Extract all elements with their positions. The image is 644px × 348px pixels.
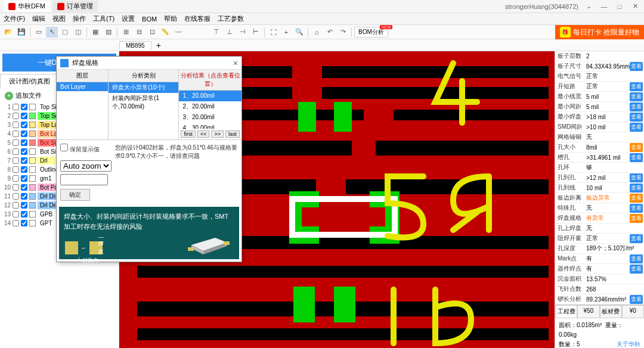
keep-display-checkbox[interactable]: 保留显示值 bbox=[60, 146, 100, 153]
menu-item[interactable]: 视图 bbox=[52, 14, 66, 23]
promo-banner[interactable]: 🎁每日打卡 抢限量好物 bbox=[555, 25, 644, 39]
save-icon[interactable]: 💾 bbox=[16, 27, 27, 38]
prop-view-button[interactable]: 查看 bbox=[630, 265, 643, 274]
dialog-list-item[interactable]: 3、20.00mil bbox=[179, 112, 242, 123]
svg-rect-16 bbox=[298, 102, 316, 132]
menu-item[interactable]: 在线客服 bbox=[184, 14, 210, 23]
close-button[interactable]: ✕ bbox=[630, 2, 640, 10]
file-tab[interactable]: MB895 bbox=[119, 41, 151, 49]
menu-item[interactable]: 帮助 bbox=[164, 14, 177, 23]
prop-row: 沉金面积13.57% bbox=[555, 274, 644, 284]
pager-button[interactable]: >> bbox=[211, 130, 224, 138]
prop-view-button[interactable]: 查看 bbox=[630, 82, 643, 91]
prop-view-button[interactable]: 查看 bbox=[630, 194, 643, 203]
prop-view-button[interactable]: 查看 bbox=[630, 173, 643, 182]
prop-row: 最小焊盘>18 mil查看 bbox=[555, 112, 644, 122]
prop-row: 孔到线10 mil查看 bbox=[555, 183, 644, 193]
design-tab[interactable]: 设计图/仿真图 bbox=[0, 74, 60, 89]
prop-view-button[interactable]: 查看 bbox=[630, 214, 643, 223]
dialog-list-item[interactable]: Bot Layer bbox=[57, 82, 108, 91]
prop-row: 特殊孔无查看 bbox=[555, 203, 644, 213]
prop-view-button[interactable]: 查看 bbox=[630, 184, 643, 192]
dialog-list-item[interactable]: 1、20.00mil bbox=[179, 91, 242, 101]
dialog-list-item[interactable]: 封装内间距异常(1个,70.00mil) bbox=[109, 93, 178, 112]
menu-item[interactable]: 工艺参数 bbox=[218, 14, 244, 23]
prop-view-button[interactable]: 查看 bbox=[630, 102, 643, 111]
prop-view-button[interactable]: 查看 bbox=[630, 254, 643, 263]
grid2-icon[interactable]: ⊟ bbox=[133, 27, 145, 38]
menu-item[interactable]: 设置 bbox=[122, 14, 135, 23]
prop-view-button[interactable]: 查看 bbox=[630, 204, 643, 213]
tool2-icon[interactable]: ◫ bbox=[72, 27, 84, 38]
cost-tab-eng[interactable]: 工程费 bbox=[555, 305, 577, 318]
dialog-close-button[interactable]: × bbox=[233, 58, 238, 68]
zoom-sel-icon[interactable]: 🔍 bbox=[293, 27, 305, 38]
dialog-list-item[interactable]: 2、20.00mil bbox=[179, 101, 242, 112]
svg-rect-7 bbox=[394, 110, 549, 120]
prop-row: 阻焊开窗正常查看 bbox=[555, 234, 644, 244]
user-label: strongerHuang(3044872) bbox=[505, 3, 578, 10]
prop-row: 飞针点数268 bbox=[555, 284, 644, 294]
prop-row: 锣长分析89.2346mm/m²查看 bbox=[555, 294, 644, 304]
align-l-icon[interactable]: ⊣ bbox=[237, 27, 249, 38]
user-menu-icon[interactable]: ⌄ bbox=[583, 2, 594, 10]
open-icon[interactable]: 📂 bbox=[2, 27, 14, 38]
redo-icon[interactable]: ↷ bbox=[337, 27, 349, 38]
ruler-icon[interactable]: 📏 bbox=[159, 27, 171, 38]
app-name: 华秋DFM bbox=[18, 2, 45, 11]
prop-view-button[interactable]: 查看 bbox=[630, 234, 643, 243]
bom-button[interactable]: BOM分析NEW bbox=[354, 27, 388, 38]
cost-body: 面积：0.0185m² 重量：0.06kg 数量：5关于华秋 交期：正常48小时… bbox=[555, 318, 644, 348]
prop-view-button[interactable]: 查看 bbox=[630, 92, 643, 101]
prop-row: 孔上焊盘无 bbox=[555, 223, 644, 234]
cursor-icon[interactable]: ↖ bbox=[46, 27, 58, 38]
align-t-icon[interactable]: ⊤ bbox=[210, 27, 222, 38]
align-r-icon[interactable]: ⊢ bbox=[250, 27, 262, 38]
tool-icon[interactable]: ▢ bbox=[59, 27, 71, 38]
dialog-list-item[interactable]: 4、30.00mil bbox=[179, 123, 242, 129]
pad-spec-dialog: 焊盘规格 × 图层 Bot Layer 分析类别 焊盘大小异常(10个)封装内间… bbox=[56, 56, 242, 262]
dialog-ok-button[interactable]: 确定 bbox=[60, 189, 90, 201]
grid3-icon[interactable]: ⊡ bbox=[146, 27, 158, 38]
svg-rect-28 bbox=[224, 241, 230, 245]
prop-view-button[interactable]: 查看 bbox=[630, 113, 643, 122]
trace-icon[interactable]: 〰 bbox=[172, 27, 184, 38]
pager-button[interactable]: << bbox=[197, 130, 210, 138]
prop-view-button[interactable]: 查看 bbox=[630, 295, 643, 304]
prop-row: 最小线宽5 mil查看 bbox=[555, 92, 644, 102]
maximize-button[interactable]: □ bbox=[614, 3, 625, 10]
prop-view-button[interactable]: 查看 bbox=[630, 62, 643, 71]
pager-button[interactable]: last bbox=[225, 130, 240, 138]
layer-icon[interactable]: ▦ bbox=[89, 27, 101, 38]
zoom-in-icon[interactable]: + bbox=[280, 27, 292, 38]
prop-view-button[interactable]: 查看 bbox=[630, 143, 643, 152]
dialog-list-item[interactable]: 焊盘大小异常(10个) bbox=[109, 82, 178, 93]
zoom-select[interactable]: Auto zoom bbox=[60, 160, 112, 172]
add-tab-button[interactable]: + bbox=[156, 41, 161, 50]
minimize-button[interactable]: — bbox=[599, 3, 609, 10]
dialog-titlebar[interactable]: 焊盘规格 × bbox=[57, 57, 242, 70]
app-tab[interactable]: 华秋DFM bbox=[4, 1, 50, 12]
zoom-fit-icon[interactable]: ⛶ bbox=[267, 27, 279, 38]
prop-row: 孔环够 bbox=[555, 163, 644, 173]
menu-item[interactable]: 文件(F) bbox=[4, 14, 25, 23]
grid-icon[interactable]: ⊞ bbox=[120, 27, 132, 38]
menu-item[interactable]: 操作 bbox=[73, 14, 86, 23]
about-link[interactable]: 关于华秋 bbox=[617, 340, 640, 348]
home-icon[interactable]: ⌂ bbox=[311, 27, 323, 38]
prop-view-button[interactable]: 查看 bbox=[630, 123, 643, 132]
layer2-icon[interactable]: ▧ bbox=[103, 27, 114, 38]
pager-button[interactable]: first bbox=[181, 130, 196, 138]
menu-item[interactable]: 编辑 bbox=[32, 14, 45, 23]
prop-view-button[interactable]: 查看 bbox=[630, 153, 643, 162]
cost-tab-mat[interactable]: 板材费 bbox=[600, 305, 622, 318]
select-icon[interactable]: ▭ bbox=[33, 27, 45, 38]
menu-item[interactable]: 工具(T) bbox=[93, 14, 114, 23]
orders-tab[interactable]: 订单管理 bbox=[52, 1, 98, 12]
undo-icon[interactable]: ↶ bbox=[324, 27, 336, 38]
prop-row: 器件焊点有查看 bbox=[555, 264, 644, 274]
prop-row: 板子尺寸84.33X43.95mm查看 bbox=[555, 61, 644, 72]
menu-item[interactable]: BOM bbox=[142, 15, 157, 23]
zoom-input[interactable] bbox=[60, 174, 108, 185]
align-b-icon[interactable]: ⊥ bbox=[224, 27, 236, 38]
